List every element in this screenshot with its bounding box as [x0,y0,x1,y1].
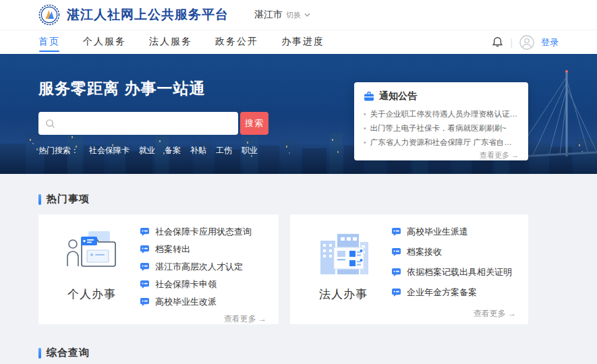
nav-item[interactable]: 政务公开 [215,30,258,54]
personal-view-more-link[interactable]: 查看更多 → [140,313,266,325]
hot-search-row: 热门搜索： 社会保障卡就业备案补贴工伤职业 [38,145,268,156]
query-section-header: 综合查询 [38,346,528,359]
banner-content: 服务零距离 办事一站通 搜索 热门搜索： 社会保障卡就业备案补贴工伤职业 [38,54,268,156]
personal-card-left: 个人办事 [52,224,132,317]
section-marker [38,194,41,205]
message-icon [391,247,401,257]
personal-card-links: 社会保障卡应用状态查询 档案转出 [132,224,266,317]
service-link-label: 高校毕业生改派 [155,296,217,307]
hot-search-tag[interactable]: 补贴 [190,145,206,156]
service-link[interactable]: 高校毕业生派遣 [391,226,516,237]
service-link-label: 依据档案记载出具相关证明 [407,266,512,278]
person-files-illustration [64,224,119,281]
nav-item[interactable]: 首页 [38,30,60,54]
service-link-label: 企业年金方案备案 [407,286,477,298]
hot-search-tag[interactable]: 社会保障卡 [89,145,130,156]
hot-search-tag[interactable]: 职业 [241,145,258,156]
nav-item[interactable]: 法人服务 [149,30,192,54]
login-button[interactable]: 登录 [541,36,559,49]
service-link-label: 档案接收 [407,246,442,257]
announcement-icon [364,91,374,102]
notice-item[interactable]: 广东省人力资源和社会保障厅 广东省自然资源厅 关于印... [364,135,519,150]
banner-headline: 服务零距离 办事一站通 [38,78,268,99]
service-link-label: 社会保障卡应用状态查询 [155,226,252,237]
divider: | [510,37,513,48]
hero-banner: 服务零距离 办事一站通 搜索 热门搜索： 社会保障卡就业备案补贴工伤职业 通知公 [0,54,597,174]
nav-item[interactable]: 办事进度 [281,30,324,54]
service-cards-row: 个人办事 社会保障卡应用状态查询 [38,214,528,324]
hot-search-tag[interactable]: 工伤 [216,145,232,156]
message-icon [391,227,401,237]
search-icon [45,119,55,129]
corporate-services-card: 法人办事 高校毕业生派遣 [290,214,528,324]
section-marker [38,348,41,359]
chevron-down-icon [304,13,310,17]
service-link[interactable]: 档案转出 [140,243,266,255]
switch-city-label: 切换 [286,10,301,20]
corporate-card-left: 法人办事 [304,224,383,317]
corporate-card-links: 高校毕业生派遣 档案接收 [383,224,516,317]
hot-search-tag[interactable]: 就业 [139,145,155,156]
personal-links-list: 社会保障卡应用状态查询 档案转出 [140,226,266,313]
nav-right: | 登录 [492,35,559,50]
personal-card-category: 个人办事 [67,286,116,302]
hot-items-title: 热门事项 [47,193,90,206]
message-icon [391,268,401,277]
service-link[interactable]: 社会保障卡应用状态查询 [140,226,266,237]
query-title: 综合查询 [47,346,90,359]
site-logo-icon [38,4,60,26]
message-icon [140,280,150,289]
main-nav: 首页 个人服务 法人服务 政务公开 办事进度 | 登录 [0,30,597,54]
corporate-links-list: 高校毕业生派遣 档案接收 [391,226,516,307]
nav-items: 首页 个人服务 法人服务 政务公开 办事进度 [38,30,324,54]
message-icon [391,288,401,297]
notice-header: 通知公告 [364,90,519,102]
app-header: 湛江人社网上公共服务平台 湛江市 切换 [0,0,597,30]
search-input[interactable] [60,118,231,129]
bell-icon[interactable] [492,36,503,48]
hot-search-tag[interactable]: 备案 [165,145,181,156]
service-link-label: 高校毕业生派遣 [407,226,468,237]
service-link[interactable]: 档案接收 [391,246,516,257]
search-button[interactable]: 搜索 [240,112,268,135]
notice-title: 通知公告 [379,90,417,102]
user-avatar-icon[interactable] [519,35,534,50]
corporate-card-category: 法人办事 [319,286,368,302]
main-content: 热门事项 [0,174,597,359]
hot-items-section-header: 热门事项 [38,193,528,206]
notice-item[interactable]: 出门带上电子社保卡，看病就医刷刷刷~ [364,121,519,135]
service-link-label: 社会保障卡申领 [155,278,217,290]
notice-item[interactable]: 关于企业职工停发待遇人员办理资格认证的通知 [364,107,519,121]
service-link[interactable]: 高校毕业生改派 [140,296,266,307]
service-link[interactable]: 企业年金方案备案 [391,286,516,298]
hot-search-tags: 社会保障卡就业备案补贴工伤职业 [89,145,258,156]
nav-item[interactable]: 个人服务 [83,30,126,54]
message-icon [140,262,150,272]
corporate-view-more-link[interactable]: 查看更多 → [391,308,516,320]
buildings-illustration [316,224,371,281]
service-link[interactable]: 社会保障卡申领 [140,278,266,290]
city-switcher[interactable]: 湛江市 切换 [254,9,310,21]
notice-list: 关于企业职工停发待遇人员办理资格认证的通知出门带上电子社保卡，看病就医刷刷刷~广… [364,107,519,150]
service-link[interactable]: 湛江市高层次人才认定 [140,261,266,272]
hot-search-label: 热门搜索： [38,145,79,156]
service-link-label: 湛江市高层次人才认定 [155,261,243,272]
service-link[interactable]: 依据档案记载出具相关证明 [391,266,516,278]
page-title: 湛江人社网上公共服务平台 [67,6,229,24]
notice-panel: 通知公告 关于企业职工停发待遇人员办理资格认证的通知出门带上电子社保卡，看病就医… [354,82,528,160]
message-icon [140,245,150,254]
notice-view-more-link[interactable]: 查看更多 → [364,150,519,160]
search-box [38,112,238,135]
message-icon [140,227,150,237]
current-city: 湛江市 [254,9,283,21]
message-icon [140,297,150,307]
search-row: 搜索 [38,112,268,135]
personal-services-card: 个人办事 社会保障卡应用状态查询 [38,214,279,324]
service-link-label: 档案转出 [155,243,190,255]
